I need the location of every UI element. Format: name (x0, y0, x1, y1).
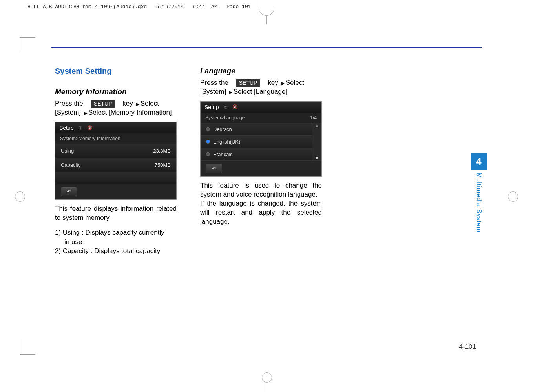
capacity-label: Capacity (61, 162, 81, 168)
setup-key: SETUP (91, 100, 115, 108)
back-button[interactable]: ↶ (206, 164, 222, 173)
crop-mark-right (509, 188, 533, 204)
language-instruction: Press the SETUP key ▶ Select [System] ▶ … (200, 78, 322, 97)
chapter-number: 4 (471, 153, 487, 170)
list-item-2: 2) Capacity : Displays total capacity (55, 246, 177, 256)
lang-label: Deutsch (213, 126, 232, 132)
triangle-icon: ▶ (83, 111, 88, 115)
language-desc-2: If the language is changed, the system w… (200, 199, 322, 226)
memory-list: 1) Using : Displays capacity currently i… (55, 228, 177, 256)
screen-breadcrumb: System>Language 1/4 (201, 113, 321, 123)
scrollbar[interactable]: ▲ ▼ (312, 123, 321, 160)
scroll-up-icon[interactable]: ▲ (315, 123, 319, 128)
crop-mark-top (259, 0, 274, 16)
screen-header: Setup ◎ 🔇 (55, 122, 176, 133)
capacity-row: Capacity 750MB (55, 158, 176, 172)
text-key: key (268, 79, 278, 86)
right-column: Language Press the SETUP key ▶ Select [S… (200, 67, 322, 256)
radio-icon-selected (206, 140, 210, 144)
text-select-lang: Select [Language] (234, 88, 287, 95)
scroll-down-icon[interactable]: ▼ (315, 155, 319, 160)
file-time: 9:44 (193, 4, 205, 10)
disc-icon: ◎ (78, 125, 82, 130)
lang-option-deutsch[interactable]: Deutsch (201, 123, 312, 135)
corner-mark-bl (20, 354, 35, 355)
lang-label: Français (213, 151, 233, 157)
mute-icon: 🔇 (87, 125, 93, 130)
using-value: 23.8MB (153, 148, 171, 154)
setup-key: SETUP (236, 79, 261, 87)
corner-mark-tl (20, 37, 35, 38)
list-item-1: 1) Using : Displays capacity currently (55, 228, 177, 237)
triangle-icon: ▶ (228, 90, 234, 95)
screen-title: Setup (59, 125, 74, 131)
radio-icon (206, 152, 210, 156)
text-select: Select (141, 100, 159, 107)
back-row: ↶ (55, 184, 176, 199)
file-header: H_LF_A,B_AUDIO:BH hma 4-109~(Audio).qxd … (27, 4, 251, 10)
lang-option-francais[interactable]: Français (201, 148, 312, 160)
chapter-tab: 4 Multimedia System (471, 153, 487, 232)
memory-sub-title: Memory Information (55, 88, 177, 96)
page-number: 4-101 (459, 343, 476, 351)
memory-instruction: Press the SETUP key ▶ Select [System] ▶ … (55, 99, 177, 117)
back-row: ↶ (201, 160, 321, 176)
left-column: System Setting Memory Information Press … (55, 67, 177, 256)
triangle-icon: ▶ (280, 81, 286, 86)
section-title: System Setting (55, 67, 177, 76)
text-system: [System] (200, 88, 226, 95)
breadcrumb-text: System>Memory Information (60, 136, 120, 141)
crop-mark-top-stem (266, 16, 267, 24)
page-indicator: 1/4 (310, 115, 317, 120)
language-screenshot: Setup ◎ 🔇 System>Language 1/4 Deutsch (200, 101, 322, 177)
lang-option-english[interactable]: English(UK) (201, 135, 312, 148)
text-key: key (122, 100, 133, 107)
language-desc-1: This feature is used to change the syste… (200, 181, 322, 199)
file-page: Page 101 (226, 4, 251, 10)
screen-header: Setup ◎ 🔇 (201, 102, 321, 113)
using-row: Using 23.8MB (55, 144, 176, 158)
text-press-the: Press the (200, 79, 228, 86)
screen-title: Setup (204, 104, 219, 110)
radio-icon (206, 127, 210, 131)
memory-desc: This feature displays information relate… (55, 204, 177, 222)
text-system: [System] (55, 109, 81, 116)
header-rule (51, 47, 482, 48)
language-sub-title: Language (200, 67, 322, 75)
file-date: 5/19/2014 (156, 4, 184, 10)
lang-label: English(UK) (213, 139, 240, 145)
mute-icon: 🔇 (232, 104, 238, 109)
back-button[interactable]: ↶ (61, 187, 77, 196)
file-ampm: AM (211, 4, 217, 10)
empty-row (55, 172, 176, 184)
breadcrumb-text: System>Language (205, 115, 245, 120)
text-select: Select (286, 79, 304, 86)
memory-screenshot: Setup ◎ 🔇 System>Memory Information Usin… (55, 122, 177, 200)
crop-mark-left (0, 188, 24, 204)
list-item-1-cont: in use (55, 237, 177, 247)
text-select-memory: Select [Memory Information] (88, 109, 172, 116)
using-label: Using (61, 148, 74, 154)
file-name: H_LF_A,B_AUDIO:BH hma 4-109~(Audio).qxd (27, 4, 147, 10)
chapter-label: Multimedia System (475, 173, 482, 232)
capacity-value: 750MB (155, 162, 171, 168)
screen-breadcrumb: System>Memory Information (55, 133, 176, 144)
disc-icon: ◎ (224, 104, 228, 109)
text-press-the: Press the (55, 100, 83, 107)
triangle-icon: ▶ (135, 102, 141, 106)
